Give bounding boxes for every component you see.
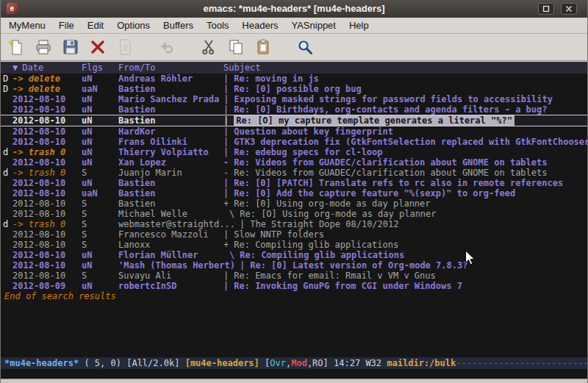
message-row[interactable]: d-> trash 0Swebmaster@straightd...|The S… — [1, 219, 587, 229]
flags-cell: uN — [82, 137, 118, 147]
mark-cell — [1, 240, 12, 250]
paste-icon[interactable] — [252, 36, 274, 58]
menu-tools[interactable]: Tools — [200, 18, 235, 34]
from-cell: Frans Oilinki — [118, 137, 219, 147]
menu-file[interactable]: File — [52, 18, 81, 34]
close-icon — [565, 5, 573, 12]
message-row[interactable]: 2012-08-10uaNBastien|Re: [0] Add the cap… — [1, 188, 587, 198]
message-row[interactable]: 2012-08-10SMichael Welle\Re: [O] Using o… — [1, 209, 587, 219]
flags-cell: uaN — [82, 84, 118, 94]
subject-cell: +Re: Compiling glib applications — [219, 240, 398, 250]
close-window-button[interactable] — [561, 3, 577, 15]
modeline-segment: ----------------------------------------… — [456, 358, 587, 368]
date-cell: 2012-08-10 — [12, 209, 82, 219]
flags-cell: uN — [82, 178, 118, 188]
flags-cell: uN — [82, 104, 118, 115]
search-icon[interactable] — [294, 36, 316, 58]
modeline-segment: Mod — [291, 358, 307, 368]
mark-cell: d — [1, 168, 12, 178]
message-row[interactable]: 2012-08-10uNFrans Oilinki|GTK3 deprecati… — [1, 137, 587, 147]
date-cell: 2012-08-10 — [12, 178, 82, 188]
buffer-area[interactable]: ▼Date Flgs From/To Subject D-> deleteuNA… — [1, 61, 587, 357]
mark-cell — [1, 281, 12, 291]
subject-text: The Straight Dope 08/10/2012 — [250, 219, 398, 229]
flags-cell: S — [82, 198, 118, 209]
menu-headers[interactable]: Headers — [235, 18, 284, 34]
mark-cell — [1, 188, 12, 198]
copy-icon[interactable] — [225, 36, 247, 58]
echo-area[interactable] — [1, 369, 587, 379]
menu-yasnippet[interactable]: YASnippet — [284, 18, 342, 34]
message-row[interactable]: 2012-08-10uNBastien|Re: [0] [PATCH] Tran… — [1, 178, 587, 188]
subject-cell: |Re: [O] my capture template generates a… — [219, 115, 514, 126]
from-cell: Bastien — [118, 104, 219, 115]
message-row[interactable]: 2012-08-10SFrancesco Mazzoli|Slow NNTP f… — [1, 229, 587, 240]
from-cell: Xan Lopez — [118, 157, 219, 168]
sort-descending-icon: ▼ — [12, 62, 18, 73]
subject-text: Re: [0] Birthdays, org-contacts and agen… — [234, 104, 547, 115]
modeline-segment: W32 — [365, 358, 387, 368]
flags-cell: S — [82, 219, 118, 229]
message-row[interactable]: 2012-08-10SBastien+Re: [0] Using org-mod… — [1, 198, 587, 209]
message-row[interactable]: 2012-08-10uNBastien|Re: [0] Birthdays, o… — [1, 104, 587, 115]
date-cell: -> trash 0 — [12, 147, 82, 157]
thread-marker-icon: | — [223, 84, 229, 94]
titlebar[interactable]: e emacs: *mu4e-headers* [mu4e-headers] — [1, 0, 587, 18]
subject-text: GTK3 deprecation fix (GtkFontSelection r… — [234, 137, 587, 147]
menu-options[interactable]: Options — [110, 18, 157, 34]
message-row[interactable]: 2012-08-10SSuvayu Ali|Re: Emacs for emai… — [1, 271, 587, 281]
mark-cell — [1, 137, 12, 147]
message-row[interactable]: D-> deleteuaNBastien|Re: [0] possible or… — [1, 84, 587, 94]
mark-cell — [1, 198, 12, 209]
message-row[interactable]: 2012-08-10uNBastien|Re: [O] my capture t… — [1, 115, 587, 126]
message-row[interactable]: 2012-08-10uNFlorian Müllner\Re: Compilin… — [1, 250, 587, 260]
mark-cell — [1, 157, 12, 168]
message-row[interactable]: 2012-08-09uNrobertcInSD|Re: Invoking Gnu… — [1, 281, 587, 291]
menu-mymenu[interactable]: MyMenu — [2, 18, 52, 34]
print-icon[interactable] — [32, 36, 54, 58]
menu-buffers[interactable]: Buffers — [157, 18, 200, 34]
message-row[interactable]: d-> trash 0uNThierry Volpiatto|Re: edebu… — [1, 147, 587, 157]
from-cell: Bastien — [118, 188, 219, 198]
thread-marker-icon: | — [223, 94, 229, 104]
menu-edit[interactable]: Edit — [81, 18, 110, 34]
thread-marker-icon: | — [223, 115, 229, 126]
new-file-icon[interactable] — [5, 36, 27, 58]
flags-cell: uN — [82, 260, 118, 271]
flags-cell: uN — [82, 74, 118, 84]
flags-cell: S — [82, 240, 118, 250]
window-title: emacs: *mu4e-headers* [mu4e-headers] — [1, 0, 587, 18]
subject-text: Question about key fingerprint — [234, 126, 393, 137]
message-row[interactable]: 2012-08-10uNMario Sanchez Prada|Exposing… — [1, 94, 587, 104]
restore-button[interactable] — [538, 3, 554, 15]
save-icon[interactable] — [60, 36, 82, 58]
date-cell: 2012-08-10 — [12, 94, 82, 104]
message-row[interactable]: d-> trash 0SJuanjo Marin-Re: Videos from… — [1, 168, 587, 178]
thread-marker-icon: \ — [229, 250, 234, 260]
subject-cell: |Re: edebug specs for cl-loop — [219, 147, 383, 157]
cut-icon[interactable] — [198, 36, 220, 58]
message-row[interactable]: 2012-08-10uNXan Lopez-Re: Videos from GU… — [1, 157, 587, 168]
message-row[interactable]: 2012-08-10uNHardKor|Question about key f… — [1, 126, 587, 137]
date-cell: 2012-08-09 — [12, 281, 82, 291]
menu-help[interactable]: Help — [343, 18, 376, 34]
end-of-results: End of search results — [1, 291, 587, 301]
subject-text: Re: Invoking GnuPG from CGI under Window… — [234, 281, 462, 291]
flags-cell: uN — [82, 157, 118, 168]
message-row[interactable]: D-> deleteuNAndreas Röhler|Re: moving in… — [1, 74, 587, 84]
subject-cell: -Re: Videos from GUADEC/clarification ab… — [219, 168, 548, 178]
thread-marker-icon: | — [223, 147, 229, 157]
from-cell: Thierry Volpiatto — [118, 147, 219, 157]
subject-cell: \Re: Compiling glib applications — [219, 250, 404, 260]
modeline-segment: ( 5, 0) [All/2.0k] — [79, 358, 185, 368]
message-row[interactable]: 2012-08-10uN'Mash (Thomas Herbert)|Re: [… — [1, 260, 587, 271]
from-cell: Bastien — [118, 178, 219, 188]
mark-cell: d — [1, 219, 12, 229]
menu-bar: MyMenuFileEditOptionsBuffersToolsHeaders… — [1, 18, 587, 34]
thread-marker-icon: | — [223, 104, 229, 115]
undo-icon — [156, 36, 178, 58]
mode-line[interactable]: *mu4e-headers* ( 5, 0) [All/2.0k] [mu4e-… — [1, 357, 587, 369]
message-row[interactable]: 2012-08-10SLanoxx+Re: Compiling glib app… — [1, 240, 587, 250]
close-icon[interactable] — [87, 36, 109, 58]
subject-cell: |Slow NNTP folders — [219, 229, 324, 240]
